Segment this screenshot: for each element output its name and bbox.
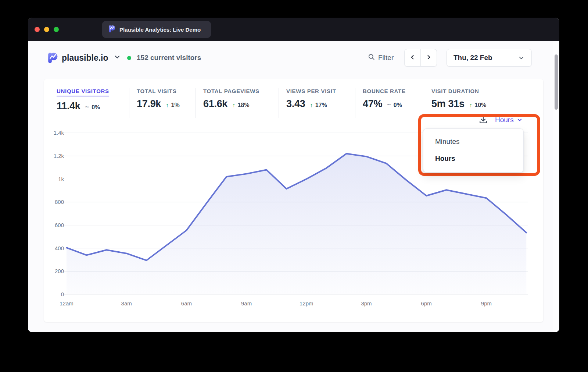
stat-value: 47% (363, 98, 382, 110)
trend-up-icon: ↑ (232, 102, 235, 108)
y-axis-label: 1.2k (43, 152, 64, 160)
date-picker[interactable]: Thu, 22 Feb (447, 49, 532, 67)
stat-value: 61.6k (203, 98, 227, 110)
stats-row: UNIQUE VISITORS11.4k~ 0%TOTAL VISITS17.9… (44, 79, 543, 118)
traffic-light-close-button[interactable] (35, 27, 40, 32)
y-axis-label: 0 (43, 291, 64, 298)
filter-button[interactable]: Filter (368, 49, 394, 67)
x-axis-label: 9pm (473, 300, 499, 307)
stat-label: TOTAL VISITS (137, 88, 196, 94)
x-axis-label: 3am (114, 300, 139, 307)
y-axis-label: 1k (43, 176, 64, 183)
date-label: Thu, 22 Feb (453, 54, 492, 62)
y-axis-label: 1.4k (43, 129, 64, 137)
y-axis-label: 800 (43, 198, 64, 206)
stat-change: ↑ 10% (469, 102, 486, 109)
download-icon (478, 115, 488, 125)
site-chevron-down-icon (114, 53, 121, 62)
trend-up-icon: ↑ (310, 102, 313, 108)
chevron-down-icon (518, 54, 525, 61)
date-nav-group (404, 49, 437, 67)
stat-label: UNIQUE VISITORS (57, 88, 109, 96)
x-axis-label: 6am (173, 300, 199, 307)
interval-chevron-down-icon (516, 117, 523, 123)
menu-item-hours[interactable]: Hours (423, 150, 523, 167)
chevron-right-icon (426, 54, 432, 62)
download-button[interactable] (478, 115, 488, 125)
browser-window: Plausible Analytics: Live Demo plausible… (28, 18, 559, 332)
current-visitors-label: 152 current visitors (137, 54, 201, 62)
x-axis-label: 3pm (354, 300, 379, 307)
scrollbar-track[interactable] (553, 41, 559, 332)
stat-item-total-pageviews[interactable]: TOTAL PAGEVIEWS61.6k↑ 18% (196, 88, 279, 118)
interval-selector[interactable]: Hours (495, 115, 523, 125)
trend-flat-icon: ~ (387, 101, 391, 109)
trend-flat-icon: ~ (85, 103, 89, 111)
trend-up-icon: ↑ (166, 102, 169, 108)
x-axis-label: 6pm (413, 300, 439, 307)
live-indicator-dot (127, 56, 131, 60)
stat-item-views-per-visit[interactable]: VIEWS PER VISIT3.43↑ 17% (279, 88, 355, 118)
traffic-light-minimize-button[interactable] (44, 27, 49, 32)
stat-label: BOUNCE RATE (363, 88, 424, 94)
stat-change: ↑ 1% (166, 102, 180, 109)
tab-title: Plausible Analytics: Live Demo (119, 26, 201, 33)
stat-change: ~ 0% (387, 101, 402, 109)
y-axis-label: 600 (43, 222, 64, 229)
current-visitors[interactable]: 152 current visitors (127, 49, 201, 67)
menu-item-minutes[interactable]: Minutes (423, 133, 523, 150)
stat-value: 5m 31s (431, 98, 465, 110)
stat-change: ~ 0% (85, 103, 100, 111)
stat-label: VIEWS PER VISIT (286, 88, 355, 94)
traffic-light-zoom-button[interactable] (54, 27, 59, 32)
plausible-logo-icon (47, 52, 58, 64)
browser-tab[interactable]: Plausible Analytics: Live Demo (102, 21, 211, 38)
trend-up-icon: ↑ (469, 102, 472, 108)
x-axis-label: 9am (234, 300, 259, 307)
y-axis-label: 400 (43, 245, 64, 252)
plausible-favicon-icon (108, 25, 116, 34)
scrollbar-thumb[interactable] (555, 54, 558, 110)
chrome-bar: Plausible Analytics: Live Demo (28, 18, 559, 41)
chevron-left-icon (409, 54, 416, 62)
stat-item-total-visits[interactable]: TOTAL VISITS17.9k↑ 1% (129, 88, 196, 118)
stat-change: ↑ 18% (232, 102, 249, 109)
stat-change: ↑ 17% (310, 102, 327, 109)
y-axis-label: 200 (43, 268, 64, 275)
interval-menu: MinutesHours (423, 128, 524, 173)
stat-label: VISIT DURATION (431, 88, 531, 94)
stat-value: 11.4k (57, 100, 80, 112)
stat-value: 17.9k (137, 98, 161, 110)
chart-area (67, 154, 526, 294)
filter-label: Filter (378, 54, 394, 62)
site-switcher[interactable]: plausible.io (47, 49, 121, 67)
x-axis-label: 12am (54, 300, 79, 307)
site-name: plausible.io (62, 53, 108, 63)
stat-item-bounce-rate[interactable]: BOUNCE RATE47%~ 0% (355, 88, 424, 118)
x-axis-label: 12pm (294, 300, 319, 307)
search-icon (368, 53, 375, 62)
stat-item-unique-visitors[interactable]: UNIQUE VISITORS11.4k~ 0% (57, 88, 129, 118)
stat-label: TOTAL PAGEVIEWS (203, 88, 279, 94)
prev-date-button[interactable] (405, 49, 421, 66)
next-date-button[interactable] (421, 49, 437, 66)
interval-label: Hours (495, 116, 514, 124)
stat-value: 3.43 (286, 98, 305, 110)
stat-item-visit-duration[interactable]: VISIT DURATION5m 31s↑ 10% (424, 88, 531, 118)
